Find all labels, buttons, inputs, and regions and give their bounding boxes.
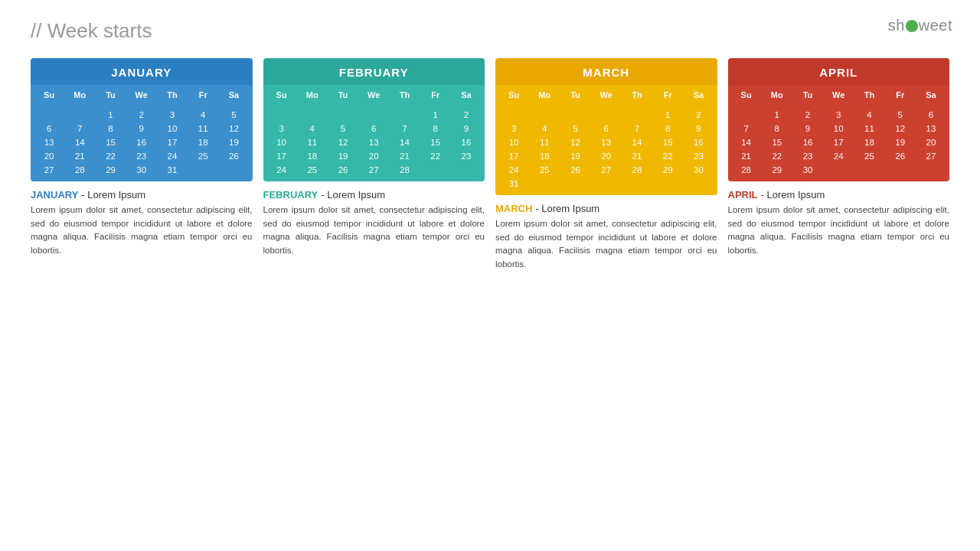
calendar-day-cell[interactable]: 13 bbox=[591, 135, 622, 149]
calendar-day-cell[interactable]: 30 bbox=[126, 163, 157, 177]
calendar-day-cell[interactable]: 3 bbox=[157, 108, 188, 122]
calendar-day-cell[interactable]: 2 bbox=[126, 108, 157, 122]
calendar-day-cell[interactable]: 3 bbox=[823, 108, 854, 122]
calendar-day-cell[interactable]: 9 bbox=[683, 122, 714, 135]
calendar-day-cell[interactable]: 15 bbox=[762, 135, 792, 149]
calendar-day-cell[interactable]: 16 bbox=[683, 135, 714, 149]
calendar-day-cell[interactable]: 12 bbox=[328, 135, 358, 149]
calendar-day-cell[interactable]: 28 bbox=[622, 163, 652, 177]
calendar-day-cell[interactable]: 26 bbox=[560, 163, 590, 177]
calendar-day-cell[interactable]: 16 bbox=[126, 135, 157, 149]
calendar-day-cell[interactable]: 17 bbox=[266, 149, 297, 163]
calendar-day-cell[interactable]: 7 bbox=[622, 122, 652, 135]
calendar-day-cell[interactable]: 23 bbox=[792, 149, 823, 163]
calendar-day-cell[interactable]: 23 bbox=[126, 149, 157, 163]
calendar-day-cell[interactable]: 4 bbox=[188, 108, 218, 122]
calendar-day-cell[interactable]: 16 bbox=[451, 135, 482, 149]
calendar-day-cell[interactable]: 10 bbox=[823, 122, 854, 135]
calendar-day-cell[interactable]: 4 bbox=[854, 108, 884, 122]
calendar-day-cell[interactable]: 17 bbox=[823, 135, 854, 149]
calendar-day-cell[interactable]: 3 bbox=[498, 122, 529, 135]
calendar-day-cell[interactable]: 31 bbox=[498, 177, 529, 191]
calendar-day-cell[interactable]: 21 bbox=[622, 149, 652, 163]
calendar-day-cell[interactable]: 2 bbox=[451, 108, 482, 122]
calendar-day-cell[interactable]: 6 bbox=[358, 122, 389, 135]
calendar-day-cell[interactable]: 19 bbox=[328, 149, 358, 163]
calendar-day-cell[interactable]: 18 bbox=[297, 149, 328, 163]
calendar-day-cell[interactable]: 22 bbox=[420, 149, 451, 163]
calendar-day-cell[interactable]: 10 bbox=[498, 135, 529, 149]
calendar-day-cell[interactable]: 29 bbox=[762, 163, 792, 177]
calendar-day-cell[interactable]: 12 bbox=[885, 122, 916, 135]
calendar-day-cell[interactable]: 18 bbox=[188, 135, 218, 149]
calendar-day-cell[interactable]: 25 bbox=[854, 149, 884, 163]
calendar-day-cell[interactable]: 22 bbox=[762, 149, 792, 163]
calendar-day-cell[interactable]: 5 bbox=[218, 108, 249, 122]
calendar-day-cell[interactable]: 27 bbox=[34, 163, 64, 177]
calendar-day-cell[interactable]: 1 bbox=[762, 108, 792, 122]
calendar-day-cell[interactable]: 8 bbox=[762, 122, 792, 135]
calendar-day-cell[interactable]: 19 bbox=[218, 135, 249, 149]
calendar-day-cell[interactable]: 3 bbox=[266, 122, 297, 135]
calendar-day-cell[interactable]: 17 bbox=[498, 149, 529, 163]
calendar-day-cell[interactable]: 29 bbox=[652, 163, 683, 177]
calendar-day-cell[interactable]: 17 bbox=[157, 135, 188, 149]
calendar-day-cell[interactable]: 15 bbox=[652, 135, 683, 149]
calendar-day-cell[interactable]: 4 bbox=[529, 122, 560, 135]
calendar-day-cell[interactable]: 24 bbox=[498, 163, 529, 177]
calendar-day-cell[interactable]: 27 bbox=[916, 149, 946, 163]
calendar-day-cell[interactable]: 5 bbox=[560, 122, 590, 135]
calendar-day-cell[interactable]: 20 bbox=[916, 135, 946, 149]
calendar-day-cell[interactable]: 24 bbox=[266, 163, 297, 177]
calendar-day-cell[interactable]: 25 bbox=[297, 163, 328, 177]
calendar-day-cell[interactable]: 14 bbox=[622, 135, 652, 149]
calendar-day-cell[interactable]: 18 bbox=[529, 149, 560, 163]
calendar-day-cell[interactable]: 11 bbox=[188, 122, 218, 135]
calendar-day-cell[interactable]: 28 bbox=[64, 163, 95, 177]
calendar-day-cell[interactable]: 4 bbox=[297, 122, 328, 135]
calendar-day-cell[interactable]: 7 bbox=[731, 122, 762, 135]
calendar-day-cell[interactable]: 20 bbox=[34, 149, 64, 163]
calendar-day-cell[interactable]: 7 bbox=[389, 122, 420, 135]
calendar-day-cell[interactable]: 26 bbox=[218, 149, 249, 163]
calendar-day-cell[interactable]: 11 bbox=[529, 135, 560, 149]
calendar-day-cell[interactable]: 20 bbox=[358, 149, 389, 163]
calendar-day-cell[interactable]: 14 bbox=[389, 135, 420, 149]
calendar-day-cell[interactable]: 27 bbox=[591, 163, 622, 177]
calendar-day-cell[interactable]: 25 bbox=[188, 149, 218, 163]
calendar-day-cell[interactable]: 5 bbox=[328, 122, 358, 135]
calendar-day-cell[interactable]: 23 bbox=[683, 149, 714, 163]
calendar-day-cell[interactable]: 21 bbox=[389, 149, 420, 163]
calendar-day-cell[interactable]: 9 bbox=[451, 122, 482, 135]
calendar-day-cell[interactable]: 21 bbox=[731, 149, 762, 163]
calendar-day-cell[interactable]: 20 bbox=[591, 149, 622, 163]
calendar-day-cell[interactable]: 19 bbox=[885, 135, 916, 149]
calendar-day-cell[interactable]: 24 bbox=[157, 149, 188, 163]
calendar-day-cell[interactable]: 10 bbox=[157, 122, 188, 135]
calendar-day-cell[interactable]: 26 bbox=[328, 163, 358, 177]
calendar-day-cell[interactable]: 7 bbox=[64, 122, 95, 135]
calendar-day-cell[interactable]: 26 bbox=[885, 149, 916, 163]
calendar-day-cell[interactable]: 31 bbox=[157, 163, 188, 177]
calendar-day-cell[interactable]: 15 bbox=[420, 135, 451, 149]
calendar-day-cell[interactable]: 13 bbox=[34, 135, 64, 149]
calendar-day-cell[interactable]: 16 bbox=[792, 135, 823, 149]
calendar-day-cell[interactable]: 11 bbox=[297, 135, 328, 149]
calendar-day-cell[interactable]: 15 bbox=[95, 135, 126, 149]
calendar-day-cell[interactable]: 13 bbox=[916, 122, 946, 135]
calendar-day-cell[interactable]: 23 bbox=[451, 149, 482, 163]
calendar-day-cell[interactable]: 22 bbox=[652, 149, 683, 163]
calendar-day-cell[interactable]: 12 bbox=[218, 122, 249, 135]
calendar-day-cell[interactable]: 6 bbox=[916, 108, 946, 122]
calendar-day-cell[interactable]: 22 bbox=[95, 149, 126, 163]
calendar-day-cell[interactable]: 12 bbox=[560, 135, 590, 149]
calendar-day-cell[interactable]: 8 bbox=[420, 122, 451, 135]
calendar-day-cell[interactable]: 25 bbox=[529, 163, 560, 177]
calendar-day-cell[interactable]: 2 bbox=[683, 108, 714, 122]
calendar-day-cell[interactable]: 8 bbox=[95, 122, 126, 135]
calendar-day-cell[interactable]: 2 bbox=[792, 108, 823, 122]
calendar-day-cell[interactable]: 11 bbox=[854, 122, 884, 135]
calendar-day-cell[interactable]: 18 bbox=[854, 135, 884, 149]
calendar-day-cell[interactable]: 29 bbox=[95, 163, 126, 177]
calendar-day-cell[interactable]: 5 bbox=[885, 108, 916, 122]
